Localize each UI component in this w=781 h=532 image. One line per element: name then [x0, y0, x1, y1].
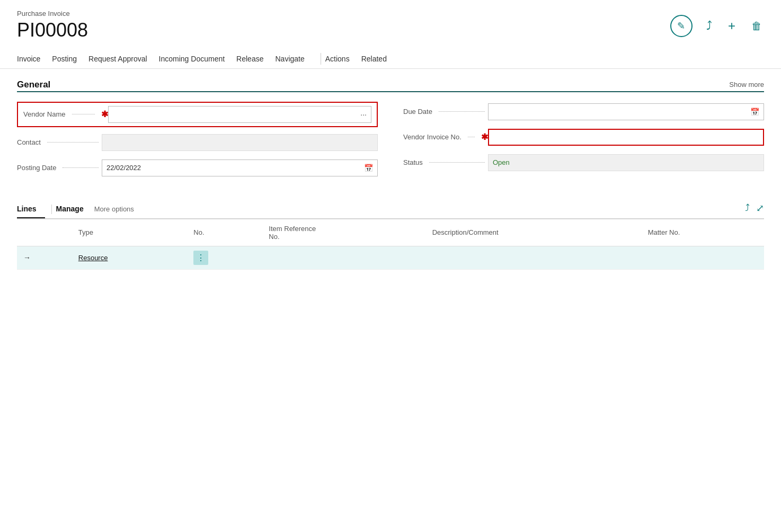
lines-expand-button[interactable]: ⤢ — [756, 202, 764, 214]
nav-item-navigate[interactable]: Navigate — [275, 49, 314, 68]
edit-button[interactable]: ✎ — [670, 15, 693, 37]
calendar-icon: 📅 — [364, 164, 373, 172]
lines-table-body: → Resource ⋮ — [17, 246, 764, 269]
col-item-ref-no: Item ReferenceNo. — [262, 219, 425, 246]
nav-item-actions[interactable]: Actions — [325, 49, 359, 68]
lines-table-container: Type No. Item ReferenceNo. Description/C… — [17, 219, 764, 270]
posting-date-input-wrap: 📅 — [102, 159, 378, 176]
tab-manage[interactable]: Manage — [56, 200, 92, 218]
form-right-column: Due Date 📅 Vendor Invoice No. — [403, 102, 764, 183]
form-grid: Vendor Name ✱ ··· Contact — [17, 102, 764, 183]
calendar-icon-due: 📅 — [750, 108, 759, 116]
row-item-ref-cell — [262, 246, 425, 269]
page-header: Purchase Invoice PI00008 ✎ ⤴ + 🗑 — [0, 0, 781, 41]
status-label: Status — [403, 158, 488, 166]
col-type: Type — [72, 219, 188, 246]
vendor-name-row: Vendor Name ✱ ··· — [17, 102, 378, 127]
edit-icon: ✎ — [677, 20, 685, 32]
page-type: Purchase Invoice — [17, 10, 88, 17]
col-arrow — [17, 219, 72, 246]
share-button[interactable]: ⤴ — [704, 17, 714, 35]
vendor-name-input-wrap: ··· — [108, 106, 371, 123]
due-date-input[interactable] — [489, 104, 746, 120]
nav-divider — [321, 53, 321, 65]
nav-item-request-approval[interactable]: Request Approval — [88, 49, 157, 68]
nav-item-invoice[interactable]: Invoice — [17, 49, 50, 68]
row-matter-no-cell — [642, 246, 764, 269]
lines-share-button[interactable]: ⤴ — [745, 202, 750, 214]
row-arrow-icon: → — [23, 253, 31, 262]
header-left: Purchase Invoice PI00008 — [17, 10, 88, 41]
row-no-cell: ⋮ — [187, 246, 262, 269]
row-type-cell[interactable]: Resource — [72, 246, 188, 269]
lines-tabs-bar: Lines Manage More options ⤴ ⤢ — [17, 200, 764, 219]
vendor-invoice-input-wrap — [488, 129, 764, 146]
show-more-button[interactable]: Show more — [729, 81, 764, 88]
section-divider — [17, 91, 764, 92]
contact-row: Contact — [17, 132, 378, 153]
tab-more-options[interactable]: More options — [94, 201, 138, 217]
lines-tab-divider — [51, 205, 52, 214]
page-title: PI00008 — [17, 20, 88, 41]
vendor-invoice-label: Vendor Invoice No. ✱ — [403, 132, 488, 142]
lines-table: Type No. Item ReferenceNo. Description/C… — [17, 219, 764, 270]
status-input-wrap: Open — [488, 154, 764, 171]
vendor-invoice-required: ✱ — [481, 132, 488, 142]
posting-date-field-container: 📅 — [102, 159, 378, 176]
contact-input-wrap — [102, 134, 378, 151]
lines-share-icon: ⤴ — [745, 202, 750, 213]
vendor-invoice-row: Vendor Invoice No. ✱ — [403, 127, 764, 147]
lines-table-header: Type No. Item ReferenceNo. Description/C… — [17, 219, 764, 246]
row-description-cell — [426, 246, 642, 269]
posting-date-calendar-button[interactable]: 📅 — [360, 160, 377, 176]
header-actions: ✎ ⤴ + 🗑 — [670, 10, 764, 37]
vendor-name-field-container: ··· — [108, 106, 371, 123]
lines-expand-icon: ⤢ — [756, 203, 764, 214]
contact-field — [102, 134, 378, 151]
nav-item-related[interactable]: Related — [361, 49, 396, 68]
row-arrow-cell: → — [17, 246, 72, 269]
posting-date-input[interactable] — [102, 160, 360, 176]
posting-date-row: Posting Date 📅 — [17, 158, 378, 178]
lines-actions-right: ⤴ ⤢ — [745, 202, 764, 216]
nav-item-posting[interactable]: Posting — [52, 49, 86, 68]
share-icon: ⤴ — [706, 19, 712, 33]
delete-icon: 🗑 — [751, 20, 762, 32]
vendor-invoice-input[interactable] — [488, 129, 764, 146]
add-icon: + — [728, 19, 735, 33]
general-section-header: General Show more — [17, 79, 764, 90]
table-row: → Resource ⋮ — [17, 246, 764, 269]
due-date-input-wrap: 📅 — [488, 103, 764, 120]
contact-label: Contact — [17, 138, 102, 146]
due-date-row: Due Date 📅 — [403, 102, 764, 122]
due-date-calendar-button[interactable]: 📅 — [746, 104, 764, 120]
vendor-name-required: ✱ — [101, 109, 108, 119]
row-type-value[interactable]: Resource — [78, 254, 108, 262]
nav-bar: Invoice Posting Request Approval Incomin… — [0, 49, 781, 69]
nav-item-release[interactable]: Release — [236, 49, 273, 68]
due-date-label: Due Date — [403, 108, 488, 116]
status-field: Open — [488, 154, 764, 171]
vendor-name-input[interactable] — [109, 107, 356, 122]
nav-item-incoming-document[interactable]: Incoming Document — [159, 49, 235, 68]
col-description: Description/Comment — [426, 219, 642, 246]
row-context-menu-button[interactable]: ⋮ — [193, 251, 208, 265]
section-title: General — [17, 79, 50, 90]
main-content: General Show more Vendor Name ✱ ··· — [0, 69, 781, 270]
vendor-name-ellipsis-button[interactable]: ··· — [356, 107, 371, 122]
add-button[interactable]: + — [726, 16, 738, 36]
form-left-column: Vendor Name ✱ ··· Contact — [17, 102, 378, 183]
due-date-field-container: 📅 — [488, 103, 764, 120]
posting-date-label: Posting Date — [17, 164, 102, 172]
vendor-name-label: Vendor Name ✱ — [23, 109, 108, 119]
tab-lines[interactable]: Lines — [17, 200, 45, 218]
lines-section: Lines Manage More options ⤴ ⤢ Type N — [17, 200, 764, 270]
status-row: Status Open — [403, 153, 764, 173]
status-value: Open — [493, 158, 510, 166]
col-no: No. — [187, 219, 262, 246]
col-matter-no: Matter No. — [642, 219, 764, 246]
delete-button[interactable]: 🗑 — [749, 18, 764, 34]
